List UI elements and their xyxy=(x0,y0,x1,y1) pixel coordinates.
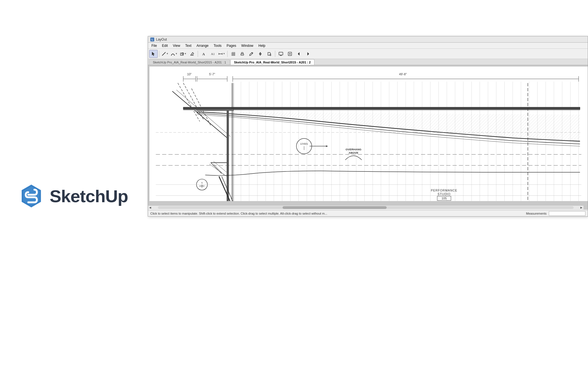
tab-1-label: SketchUp Pro_AIA_Real-World_Short2015 - … xyxy=(153,61,226,64)
svg-marker-26 xyxy=(298,52,299,56)
scrollbar-thumb[interactable] xyxy=(283,206,387,209)
menu-pages[interactable]: Pages xyxy=(224,43,239,48)
scrollbar-track xyxy=(158,206,574,209)
menu-help[interactable]: Help xyxy=(256,43,268,48)
menu-file[interactable]: File xyxy=(149,43,159,48)
toolbar-separator-3 xyxy=(227,51,228,57)
shape-tool-button[interactable]: ▼ xyxy=(179,50,187,58)
status-message: Click to select items to manipulate. Shi… xyxy=(150,212,327,215)
scroll-right-button[interactable]: ▶ xyxy=(579,206,583,210)
toolbar-separator-2 xyxy=(198,51,198,57)
toolbar-separator-1 xyxy=(159,51,159,57)
svg-rect-18 xyxy=(241,52,243,54)
svg-line-83 xyxy=(178,83,200,121)
svg-line-84 xyxy=(183,83,204,120)
menu-window[interactable]: Window xyxy=(239,43,256,48)
arc-tool-button[interactable]: ▼ xyxy=(170,50,178,58)
text-tool-button[interactable]: A xyxy=(199,50,208,58)
svg-text:STUDIO: STUDIO xyxy=(438,192,451,196)
svg-text:ABOVE: ABOVE xyxy=(349,151,358,154)
grid-tool-button[interactable] xyxy=(229,50,237,58)
layout-window: L LayOut File Edit View Text Arrange Too… xyxy=(148,36,588,217)
svg-text:5: 5 xyxy=(201,182,202,184)
svg-text:10": 10" xyxy=(187,72,191,76)
tab-2[interactable]: SketchUp Pro_AIA_Real-World_Short2015 - … xyxy=(230,59,314,65)
arc-dropdown-arrow: ▼ xyxy=(175,52,178,55)
title-bar: L LayOut xyxy=(148,36,588,43)
architectural-drawing: 10" 5'-7" 49'-8" xyxy=(149,67,588,201)
svg-line-2 xyxy=(162,52,166,56)
menu-tools[interactable]: Tools xyxy=(212,43,224,48)
line-tool-button[interactable]: ▼ xyxy=(161,50,169,58)
shape-dropdown-arrow: ▼ xyxy=(184,52,187,55)
svg-text:105: 105 xyxy=(442,197,447,200)
toolbar: ▼ ▼ ▼ A A1 ▼ xyxy=(148,49,588,59)
measurements-label: Measurements xyxy=(526,212,547,215)
monitor-button[interactable] xyxy=(277,50,285,58)
svg-text:PERFORMANCE: PERFORMANCE xyxy=(431,189,457,192)
menu-edit[interactable]: Edit xyxy=(160,43,170,48)
title-bar-icon: L xyxy=(150,38,154,41)
rubber-stamp-button[interactable] xyxy=(238,50,246,58)
svg-marker-0 xyxy=(22,185,41,208)
label-tool-button[interactable]: A1 xyxy=(208,50,217,58)
select-tool-button[interactable] xyxy=(149,50,158,58)
sketchup-logo-icon xyxy=(19,183,44,209)
eraser-tool-button[interactable] xyxy=(188,50,196,58)
svg-rect-104 xyxy=(227,111,229,201)
svg-rect-117 xyxy=(197,109,234,111)
scroll-left-button[interactable]: ◀ xyxy=(148,206,152,210)
fill-button[interactable] xyxy=(265,50,274,58)
menu-text[interactable]: Text xyxy=(183,43,194,48)
menu-arrange[interactable]: Arrange xyxy=(194,43,211,48)
status-bar: Click to select items to manipulate. Shi… xyxy=(148,210,588,216)
svg-rect-88 xyxy=(183,107,580,109)
line-dropdown-arrow: ▼ xyxy=(166,52,169,55)
svg-text:49'-8": 49'-8" xyxy=(399,72,407,76)
measurements-input[interactable] xyxy=(549,211,585,216)
svg-text:5'-7": 5'-7" xyxy=(209,72,215,76)
svg-text:A302: A302 xyxy=(199,185,204,187)
svg-text:1/A501: 1/A501 xyxy=(300,142,308,145)
svg-text:OVERHANG: OVERHANG xyxy=(345,148,361,151)
app-title-text: SketchUp xyxy=(50,186,128,206)
page-forward-button[interactable] xyxy=(304,50,312,58)
toolbar-separator-4 xyxy=(275,51,275,57)
sample-color-button[interactable] xyxy=(256,50,265,58)
svg-marker-101 xyxy=(326,145,328,147)
dimension-dropdown-arrow: ▼ xyxy=(223,52,225,55)
page-add-button[interactable] xyxy=(286,50,294,58)
menu-view[interactable]: View xyxy=(171,43,182,48)
svg-point-97 xyxy=(296,138,312,154)
svg-text:A1: A1 xyxy=(211,52,215,56)
dimension-tool-button[interactable]: ▼ xyxy=(217,50,226,58)
tab-2-label: SketchUp Pro_AIA_Real-World_Short2015 - … xyxy=(234,61,311,64)
svg-text:A: A xyxy=(202,52,205,56)
title-bar-text: LayOut xyxy=(156,38,167,41)
tab-1[interactable]: SketchUp Pro_AIA_Real-World_Short2015 - … xyxy=(149,59,230,65)
svg-marker-27 xyxy=(307,52,309,56)
drawing-canvas: 10" 5'-7" 49'-8" xyxy=(149,67,588,201)
h-scrollbar[interactable]: ◀ ▶ xyxy=(148,205,583,210)
tab-bar: SketchUp Pro_AIA_Real-World_Short2015 - … xyxy=(148,59,588,65)
menu-bar: File Edit View Text Arrange Tools Pages … xyxy=(148,43,588,49)
canvas-area[interactable]: 10" 5'-7" 49'-8" xyxy=(148,65,588,210)
branding-content: SketchUp xyxy=(19,183,128,209)
svg-rect-20 xyxy=(279,52,283,55)
svg-rect-89 xyxy=(183,109,580,110)
branding-area: SketchUp xyxy=(0,0,147,392)
color-picker-button[interactable] xyxy=(247,50,256,58)
page-back-button[interactable] xyxy=(295,50,303,58)
